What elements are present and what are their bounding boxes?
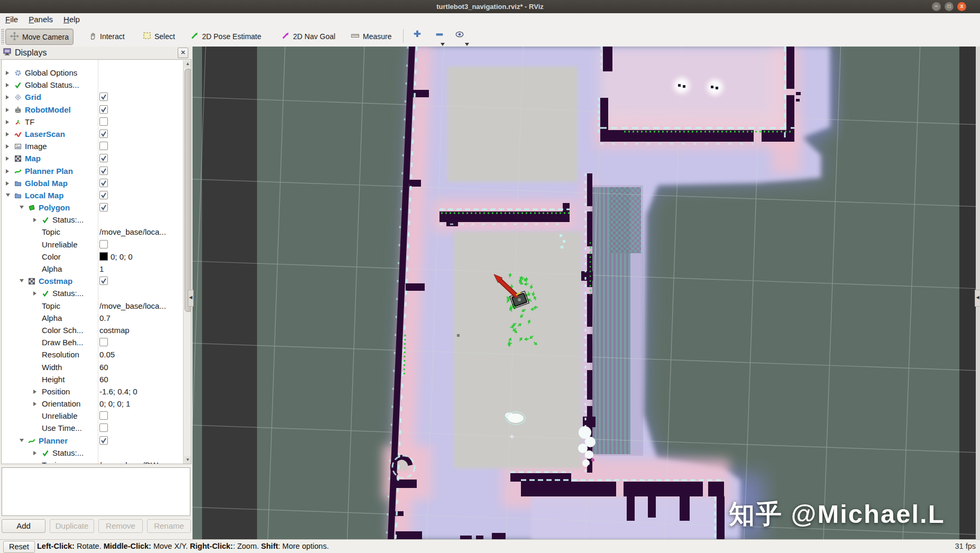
tree-row-tf[interactable]: TF	[2, 116, 182, 128]
row-value[interactable]: 0.7	[99, 314, 111, 322]
checkbox[interactable]	[99, 130, 108, 138]
row-value[interactable]: /move_base/loca...	[99, 301, 166, 310]
tree-row-alpha[interactable]: Alpha0.7	[2, 312, 182, 325]
expand-right-icon[interactable]	[6, 120, 9, 124]
expand-right-icon[interactable]	[6, 169, 9, 173]
reset-button[interactable]: Reset	[3, 541, 35, 553]
row-value[interactable]	[99, 191, 108, 199]
title-bar[interactable]: turtlebot3_navigation.rviz* - RViz − □ x	[0, 0, 980, 13]
row-value[interactable]: -1.6; 0.4; 0	[99, 387, 138, 396]
checkbox[interactable]	[99, 191, 108, 199]
tree-row-unreliable[interactable]: Unreliable	[2, 239, 182, 251]
expand-right-icon[interactable]	[6, 132, 9, 136]
tree-row-robotmodel[interactable]: RobotModel	[2, 104, 182, 116]
checkbox[interactable]	[99, 240, 108, 248]
row-value[interactable]	[99, 276, 108, 285]
tool-interact[interactable]: Interact	[85, 29, 129, 44]
expand-right-icon[interactable]	[33, 390, 36, 394]
scrollbar-up-icon[interactable]: ▲	[184, 60, 191, 68]
tree-row-status[interactable]: Status:...	[2, 447, 182, 459]
checkbox[interactable]	[99, 105, 108, 114]
expand-down-icon[interactable]	[20, 279, 24, 282]
row-value[interactable]	[99, 167, 108, 175]
tool-measure[interactable]: Measure	[346, 29, 396, 44]
row-value[interactable]	[99, 436, 108, 445]
expand-right-icon[interactable]	[6, 71, 9, 75]
tree-row-topic[interactable]: Topic/move_base/loca...	[2, 226, 182, 238]
menu-panels[interactable]: Panels	[23, 13, 58, 25]
tree-row-unreliable[interactable]: Unreliable	[2, 410, 182, 422]
tree-row-local-map[interactable]: Local Map	[2, 190, 182, 202]
row-value[interactable]: /move_base/DW...	[99, 460, 164, 464]
tree-row-polygon[interactable]: Polygon	[2, 202, 182, 214]
row-value[interactable]	[99, 142, 108, 150]
tree-row-alpha[interactable]: Alpha1	[2, 263, 182, 275]
checkbox[interactable]	[99, 423, 108, 432]
expand-right-icon[interactable]	[6, 156, 9, 161]
tree-row-color-sch[interactable]: Color Sch...costmap	[2, 325, 182, 337]
row-value[interactable]	[99, 117, 108, 126]
render-viewport[interactable]: 知乎 @Michael.L	[193, 47, 980, 539]
tree-row-grid[interactable]: Grid	[2, 91, 182, 104]
row-value[interactable]: 0; 0; 0; 1	[99, 399, 130, 408]
row-value[interactable]: 60	[99, 363, 108, 372]
checkbox[interactable]	[99, 338, 108, 346]
toolbar-drag-handle[interactable]	[1, 29, 4, 44]
row-value[interactable]	[99, 411, 108, 420]
expand-right-icon[interactable]	[6, 181, 9, 186]
tool-2d-pose-estimate[interactable]: 2D Pose Estimate	[186, 29, 265, 44]
tree-row-map[interactable]: Map	[2, 153, 182, 165]
checkbox[interactable]	[99, 179, 108, 187]
row-value[interactable]: 0; 0; 0	[99, 252, 133, 261]
expand-down-icon[interactable]	[6, 193, 10, 197]
panel-collapse-handle-right[interactable]: ◀	[975, 290, 980, 307]
checkbox[interactable]	[99, 154, 108, 162]
tree-row-resolution[interactable]: Resolution0.05	[2, 349, 182, 361]
panel-collapse-handle-left[interactable]: ◀	[188, 290, 194, 307]
row-value[interactable]: costmap	[99, 326, 130, 335]
expand-right-icon[interactable]	[33, 451, 36, 455]
row-value[interactable]: 60	[99, 375, 108, 384]
chevron-down-icon[interactable]	[465, 43, 469, 46]
tree-row-planner[interactable]: Planner	[2, 435, 182, 447]
scrollbar-down-icon[interactable]: ▼	[184, 456, 191, 464]
row-value[interactable]	[99, 179, 108, 187]
tree-row-status[interactable]: Status:...	[2, 214, 182, 226]
expand-right-icon[interactable]	[6, 108, 9, 112]
row-value[interactable]	[99, 154, 108, 162]
tree-row-status[interactable]: Status:...	[2, 288, 182, 300]
tree-row-topic[interactable]: Topic/move_base/DW...	[2, 459, 182, 464]
panel-close-icon[interactable]: ✕	[178, 48, 188, 58]
expand-right-icon[interactable]	[6, 83, 9, 87]
row-value[interactable]: 0.05	[99, 350, 115, 359]
tree-row-costmap[interactable]: Costmap	[2, 275, 182, 288]
expand-down-icon[interactable]	[20, 439, 24, 442]
expand-right-icon[interactable]	[33, 218, 36, 222]
row-value[interactable]	[99, 203, 108, 211]
tool-2d-nav-goal[interactable]: 2D Nav Goal	[277, 29, 340, 44]
minimize-button[interactable]: −	[932, 2, 941, 11]
tree-row-planner-plan[interactable]: Planner Plan	[2, 165, 182, 178]
tree-row-image[interactable]: Image	[2, 141, 182, 153]
tree-row-global-status[interactable]: Global Status...	[2, 79, 182, 91]
row-value[interactable]	[99, 338, 108, 346]
row-value[interactable]	[99, 423, 108, 432]
row-value[interactable]	[99, 105, 108, 114]
tree-row-global-options[interactable]: Global Options	[2, 67, 182, 79]
plus-tool-button[interactable]	[410, 30, 424, 42]
menu-help[interactable]: Help	[58, 13, 85, 25]
tree-row-use-time[interactable]: Use Time...	[2, 422, 182, 435]
tree-row-global-map[interactable]: Global Map	[2, 178, 182, 190]
chevron-down-icon[interactable]	[441, 43, 445, 46]
tree-row-width[interactable]: Width60	[2, 362, 182, 374]
tree-row-topic[interactable]: Topic/move_base/loca...	[2, 300, 182, 312]
expand-right-icon[interactable]	[33, 402, 36, 406]
expand-right-icon[interactable]	[6, 95, 9, 99]
checkbox[interactable]	[99, 142, 108, 150]
checkbox[interactable]	[99, 203, 108, 211]
checkbox[interactable]	[99, 411, 108, 420]
maximize-button[interactable]: □	[945, 2, 954, 11]
checkbox[interactable]	[99, 93, 108, 101]
row-value[interactable]	[99, 130, 108, 138]
expand-right-icon[interactable]	[33, 291, 36, 296]
